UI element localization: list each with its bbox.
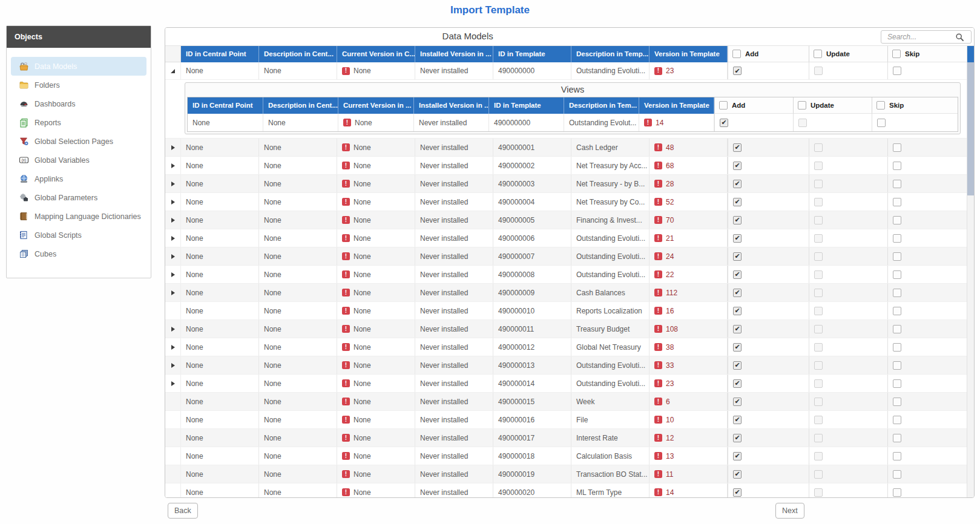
add-checkbox[interactable] [733, 307, 742, 315]
skip-checkbox[interactable] [893, 67, 901, 75]
add-checkbox[interactable] [733, 452, 742, 460]
column-header-id-central[interactable]: ID in Central Point [181, 46, 259, 62]
update-checkbox[interactable] [814, 307, 823, 315]
expand-icon[interactable] [171, 200, 175, 205]
update-checkbox[interactable] [814, 270, 823, 279]
skip-checkbox[interactable] [893, 488, 901, 497]
add-checkbox[interactable] [733, 343, 742, 352]
column-header-desc-template[interactable]: Description in Temp... [571, 46, 649, 62]
expand-icon[interactable] [171, 236, 175, 241]
expand-icon[interactable] [171, 345, 175, 350]
add-checkbox[interactable] [733, 416, 742, 424]
scrollbar-thumb[interactable] [967, 62, 974, 195]
add-checkbox[interactable] [733, 434, 742, 442]
skip-checkbox[interactable] [893, 289, 901, 297]
views-column-header-installed-version[interactable]: Installed Version in ... [414, 97, 489, 114]
column-header-id-template[interactable]: ID in Template [493, 46, 571, 62]
update-checkbox[interactable] [814, 216, 823, 224]
search-icon[interactable] [955, 33, 964, 42]
expand-icon[interactable] [171, 290, 175, 295]
update-checkbox[interactable] [814, 67, 823, 75]
skip-checkbox[interactable] [893, 307, 901, 315]
update-checkbox[interactable] [814, 162, 823, 170]
add-checkbox[interactable] [733, 488, 742, 497]
update-checkbox[interactable] [814, 198, 823, 206]
expand-icon[interactable] [171, 163, 175, 168]
add-checkbox[interactable] [733, 216, 742, 224]
skip-checkbox[interactable] [893, 452, 901, 460]
expand-icon[interactable] [171, 327, 175, 332]
sidebar-item-global-variables[interactable]: (x) Global Variables [11, 151, 146, 169]
skip-checkbox[interactable] [893, 270, 901, 279]
sidebar-item-folders[interactable]: Folders [11, 76, 146, 94]
skip-all-checkbox[interactable] [892, 50, 901, 58]
expand-icon[interactable] [171, 254, 175, 259]
column-header-current-version[interactable]: Current Version in C... [337, 46, 415, 62]
add-checkbox[interactable] [733, 180, 742, 188]
views-column-header-current-version[interactable]: Current Version in ... [338, 97, 414, 114]
skip-checkbox[interactable] [893, 325, 901, 333]
skip-checkbox[interactable] [893, 379, 901, 388]
sidebar-item-reports[interactable]: Reports [11, 113, 146, 132]
sidebar-item-applinks[interactable]: Applinks [11, 169, 146, 188]
add-checkbox[interactable] [720, 119, 728, 127]
vertical-scrollbar[interactable] [967, 46, 974, 497]
add-checkbox[interactable] [733, 398, 742, 406]
skip-checkbox[interactable] [893, 216, 901, 224]
add-checkbox[interactable] [733, 234, 742, 243]
column-header-installed-version[interactable]: Installed Version in ... [415, 46, 493, 62]
update-checkbox[interactable] [814, 325, 823, 333]
views-column-header-desc-central[interactable]: Description in Cent... [263, 97, 338, 114]
add-checkbox[interactable] [733, 67, 742, 75]
add-all-checkbox[interactable] [732, 50, 741, 58]
update-checkbox[interactable] [814, 488, 823, 497]
add-checkbox[interactable] [733, 252, 742, 261]
update-checkbox[interactable] [814, 470, 823, 479]
sidebar-item-global-parameters[interactable]: Global Parameters [11, 188, 146, 207]
update-checkbox[interactable] [814, 143, 823, 152]
add-checkbox[interactable] [733, 325, 742, 333]
update-all-checkbox[interactable] [814, 50, 822, 58]
expand-icon[interactable] [171, 69, 175, 73]
skip-checkbox[interactable] [893, 162, 901, 170]
sidebar-item-global-scripts[interactable]: Global Scripts [11, 226, 146, 244]
add-checkbox[interactable] [733, 198, 742, 206]
sidebar-item-mapping-language-dictionaries[interactable]: Mapping Language Dictionaries [11, 207, 146, 226]
skip-checkbox[interactable] [877, 119, 886, 127]
skip-checkbox[interactable] [893, 416, 901, 424]
skip-checkbox[interactable] [893, 361, 901, 370]
update-checkbox[interactable] [814, 416, 823, 424]
update-checkbox[interactable] [814, 180, 823, 188]
skip-checkbox[interactable] [893, 198, 901, 206]
update-checkbox[interactable] [814, 452, 823, 460]
views-add-all-checkbox[interactable] [719, 101, 728, 110]
column-header-version-template[interactable]: Version in Template [649, 46, 728, 62]
views-column-header-desc-template[interactable]: Description in Tem... [564, 97, 639, 114]
views-column-header-version-template[interactable]: Version in Template [639, 97, 714, 114]
back-button[interactable]: Back [168, 503, 198, 519]
skip-checkbox[interactable] [893, 434, 901, 442]
update-checkbox[interactable] [814, 398, 823, 406]
update-checkbox[interactable] [814, 434, 823, 442]
sidebar-item-dashboards[interactable]: Dashboards [11, 94, 146, 113]
views-column-header-id-template[interactable]: ID in Template [489, 97, 564, 114]
update-checkbox[interactable] [814, 234, 823, 243]
expand-icon[interactable] [171, 145, 175, 150]
add-checkbox[interactable] [733, 270, 742, 279]
update-checkbox[interactable] [814, 343, 823, 352]
skip-checkbox[interactable] [893, 470, 901, 479]
views-update-all-checkbox[interactable] [798, 101, 806, 110]
sidebar-item-data-models[interactable]: Data Models [11, 57, 146, 76]
skip-checkbox[interactable] [893, 252, 901, 261]
expand-icon[interactable] [171, 218, 175, 223]
skip-checkbox[interactable] [893, 234, 901, 243]
update-checkbox[interactable] [814, 361, 823, 370]
expand-icon[interactable] [171, 381, 175, 386]
update-checkbox[interactable] [814, 379, 823, 388]
skip-checkbox[interactable] [893, 398, 901, 406]
search-input[interactable] [886, 32, 955, 42]
expand-icon[interactable] [171, 182, 175, 186]
update-checkbox[interactable] [814, 289, 823, 297]
expand-icon[interactable] [171, 272, 175, 277]
update-checkbox[interactable] [798, 119, 807, 127]
